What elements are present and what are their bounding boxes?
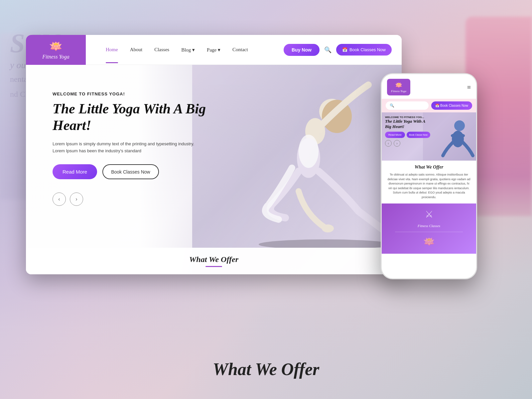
nav-link-home[interactable]: Home — [106, 47, 118, 53]
hero-section: WELCOME TO FITNESS YOGA! The Little Yoga… — [26, 65, 402, 274]
hero-description: Lorem Ipsum is simply dummy text of the … — [53, 141, 212, 155]
service-divider — [395, 232, 463, 232]
nav-links: Home About Classes Blog ▾ Page ▾ Contact — [106, 47, 284, 53]
mobile-hero-buttons: Read More Book Classe Now — [385, 132, 430, 138]
svg-rect-8 — [423, 112, 476, 161]
mobile-next-button[interactable]: › — [394, 140, 400, 147]
mobile-search-bar: 🔍 📅 Book Classes Now — [382, 99, 476, 112]
mobile-read-more-button[interactable]: Read More — [385, 132, 405, 138]
book-classes-nav-button[interactable]: 📅 Book Classes Now — [336, 44, 392, 56]
hero-title: The Little Yoga With A Big Heart! — [53, 100, 212, 134]
logo-area: 🪷 Fitness Yoga — [26, 35, 86, 65]
mobile-nav: 🪷 Fitness Yoga ≡ — [382, 74, 476, 99]
svg-point-6 — [322, 224, 334, 232]
mobile-logo-bg: 🪷 Fitness Yoga — [387, 79, 410, 95]
bottom-what-we-offer: What We Offer — [213, 359, 320, 379]
mobile-hero: WELCOME TO FITNESS YOG... The Little Yog… — [382, 112, 476, 161]
next-slide-button[interactable]: › — [70, 193, 83, 206]
hero-desc-line2: Lorem Ipsum has been the industry's stan… — [53, 148, 141, 153]
mobile-book-button[interactable]: 📅 Book Classes Now — [431, 101, 472, 110]
mobile-purple-section: ⚔ Fitness Classes 🪷 — [382, 203, 476, 254]
nav-actions: Buy Now 🔍 📅 Book Classes Now — [284, 44, 392, 56]
what-we-offer-strip: What We Offer — [26, 248, 402, 274]
nav-link-classes[interactable]: Classes — [154, 47, 169, 53]
mobile-hero-title: The Little Yoga With A Big Heart! — [385, 119, 428, 129]
desktop-mockup: 🪷 Fitness Yoga Home About Classes Blog ▾… — [26, 35, 402, 274]
buy-now-button[interactable]: Buy Now — [284, 44, 320, 56]
mobile-prev-button[interactable]: ‹ — [385, 140, 392, 147]
calendar-icon: 📅 — [342, 47, 347, 52]
nav-link-contact[interactable]: Contact — [232, 47, 248, 53]
mobile-hero-welcome: WELCOME TO FITNESS YOG... — [385, 116, 430, 119]
logo-icon: 🪷 — [49, 40, 63, 53]
mobile-logo-icon: 🪷 — [395, 81, 402, 89]
mobile-hero-content: WELCOME TO FITNESS YOG... The Little Yog… — [385, 116, 430, 147]
read-more-button[interactable]: Read More — [53, 164, 97, 179]
book-classes-nav-label: Book Classes Now — [349, 47, 386, 52]
what-we-offer-title: What We Offer — [189, 255, 238, 264]
mobile-search-input-area[interactable]: 🔍 — [386, 101, 429, 110]
prev-slide-button[interactable]: ‹ — [53, 193, 66, 206]
mobile-what-offer-desc: Te obtinuat ut adepto satis somno. Aliis… — [386, 173, 471, 200]
search-button[interactable]: 🔍 — [324, 46, 332, 54]
hero-yoga-image — [192, 65, 402, 274]
mobile-logo-area: 🪷 Fitness Yoga — [387, 79, 410, 95]
mobile-what-offer-section: What We Offer Te obtinuat ut adepto sati… — [382, 161, 476, 203]
fitness-classes-icon: ⚔ — [425, 209, 433, 220]
nav-link-page[interactable]: Page ▾ — [207, 47, 220, 53]
hero-slider-arrows: ‹ › — [53, 193, 212, 206]
mobile-what-offer-title: What We Offer — [386, 165, 471, 170]
mobile-hamburger-icon[interactable]: ≡ — [467, 83, 471, 91]
book-classes-hero-button[interactable]: Book Classes Now — [102, 164, 159, 179]
mobile-hero-image — [423, 112, 476, 161]
logo-text: Fitness Yoga — [42, 54, 69, 60]
svg-point-9 — [454, 120, 465, 131]
hero-desc-line1: Lorem Ipsum is simply dummy text of the … — [53, 141, 194, 146]
hero-welcome-text: WELCOME TO FITNESS YOGA! — [53, 91, 212, 96]
mobile-search-icon: 🔍 — [390, 103, 394, 108]
mobile-book-class-button[interactable]: Book Classe Now — [407, 132, 430, 138]
what-we-offer-underline — [205, 266, 222, 267]
nav-bar: 🪷 Fitness Yoga Home About Classes Blog ▾… — [26, 35, 402, 65]
svg-point-7 — [299, 135, 319, 168]
hero-content: WELCOME TO FITNESS YOGA! The Little Yoga… — [53, 91, 212, 206]
mobile-slider-arrows: ‹ › — [385, 140, 430, 147]
hero-buttons: Read More Book Classes Now — [53, 164, 212, 179]
nav-link-blog[interactable]: Blog ▾ — [181, 47, 195, 53]
nav-link-about[interactable]: About — [130, 47, 143, 53]
mobile-logo-text: Fitness Yoga — [391, 89, 406, 93]
yoga-classes-icon: 🪷 — [423, 236, 435, 247]
fitness-classes-label: Fitness Classes — [418, 224, 440, 228]
mobile-mockup: 🪷 Fitness Yoga ≡ 🔍 📅 Book Classes Now WE… — [381, 73, 477, 279]
